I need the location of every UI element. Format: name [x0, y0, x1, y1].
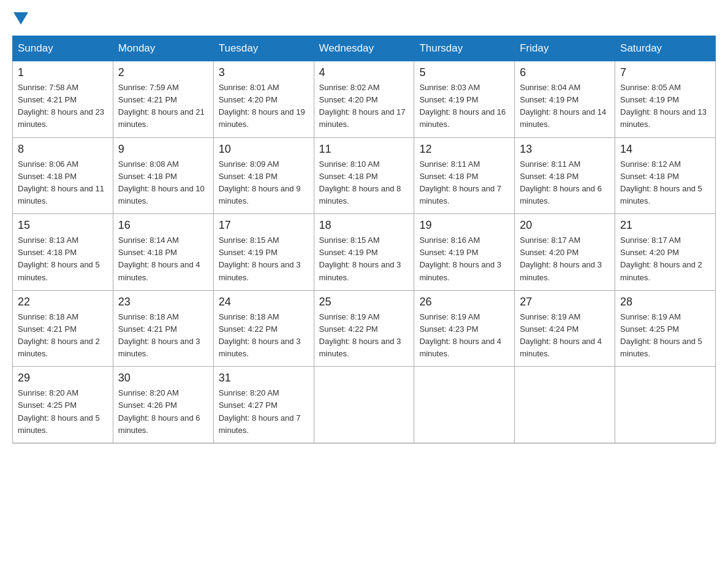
- day-info: Sunrise: 8:16 AM Sunset: 4:19 PM Dayligh…: [419, 234, 509, 284]
- calendar-cell: 29 Sunrise: 8:20 AM Sunset: 4:25 PM Dayl…: [13, 367, 113, 443]
- calendar-week-row: 1 Sunrise: 7:58 AM Sunset: 4:21 PM Dayli…: [13, 61, 716, 138]
- day-number: 29: [18, 372, 108, 385]
- day-info: Sunrise: 8:19 AM Sunset: 4:25 PM Dayligh…: [620, 311, 710, 361]
- day-info: Sunrise: 8:10 AM Sunset: 4:18 PM Dayligh…: [319, 158, 409, 208]
- day-number: 13: [520, 143, 610, 156]
- day-number: 9: [118, 143, 208, 156]
- page-header: [12, 12, 716, 25]
- day-info: Sunrise: 8:17 AM Sunset: 4:20 PM Dayligh…: [520, 234, 610, 284]
- logo-triangle-icon: [13, 12, 28, 25]
- calendar-week-row: 29 Sunrise: 8:20 AM Sunset: 4:25 PM Dayl…: [13, 367, 716, 443]
- day-number: 4: [319, 66, 409, 79]
- day-info: Sunrise: 8:11 AM Sunset: 4:18 PM Dayligh…: [520, 158, 610, 208]
- calendar-header-thursday: Thursday: [414, 36, 515, 61]
- calendar-week-row: 15 Sunrise: 8:13 AM Sunset: 4:18 PM Dayl…: [13, 214, 716, 291]
- calendar-week-row: 8 Sunrise: 8:06 AM Sunset: 4:18 PM Dayli…: [13, 137, 716, 214]
- calendar-cell: 13 Sunrise: 8:11 AM Sunset: 4:18 PM Dayl…: [515, 137, 615, 214]
- day-info: Sunrise: 8:19 AM Sunset: 4:23 PM Dayligh…: [419, 311, 509, 361]
- calendar-header-saturday: Saturday: [615, 36, 716, 61]
- day-info: Sunrise: 8:13 AM Sunset: 4:18 PM Dayligh…: [18, 234, 108, 284]
- day-number: 24: [219, 296, 309, 308]
- day-number: 1: [18, 66, 108, 79]
- day-info: Sunrise: 8:08 AM Sunset: 4:18 PM Dayligh…: [118, 158, 208, 208]
- day-info: Sunrise: 7:58 AM Sunset: 4:21 PM Dayligh…: [18, 82, 108, 131]
- calendar-cell: 18 Sunrise: 8:15 AM Sunset: 4:19 PM Dayl…: [314, 214, 414, 291]
- calendar-cell: [515, 367, 615, 443]
- calendar-header-tuesday: Tuesday: [213, 36, 314, 61]
- day-number: 28: [620, 296, 710, 308]
- day-number: 11: [319, 143, 409, 156]
- day-number: 6: [520, 66, 610, 79]
- calendar-week-row: 22 Sunrise: 8:18 AM Sunset: 4:21 PM Dayl…: [13, 290, 716, 367]
- day-number: 25: [319, 296, 409, 308]
- calendar-cell: 20 Sunrise: 8:17 AM Sunset: 4:20 PM Dayl…: [515, 214, 615, 291]
- calendar-cell: 9 Sunrise: 8:08 AM Sunset: 4:18 PM Dayli…: [113, 137, 213, 214]
- calendar-cell: 21 Sunrise: 8:17 AM Sunset: 4:20 PM Dayl…: [615, 214, 716, 291]
- calendar-cell: 19 Sunrise: 8:16 AM Sunset: 4:19 PM Dayl…: [414, 214, 515, 291]
- calendar-cell: 12 Sunrise: 8:11 AM Sunset: 4:18 PM Dayl…: [414, 137, 515, 214]
- calendar-cell: 23 Sunrise: 8:18 AM Sunset: 4:21 PM Dayl…: [113, 290, 213, 367]
- day-info: Sunrise: 8:01 AM Sunset: 4:20 PM Dayligh…: [219, 82, 309, 131]
- calendar-cell: 16 Sunrise: 8:14 AM Sunset: 4:18 PM Dayl…: [113, 214, 213, 291]
- day-number: 8: [18, 143, 108, 156]
- day-number: 18: [319, 219, 409, 232]
- calendar-table: SundayMondayTuesdayWednesdayThursdayFrid…: [12, 36, 716, 443]
- calendar-header-friday: Friday: [515, 36, 615, 61]
- day-info: Sunrise: 8:20 AM Sunset: 4:25 PM Dayligh…: [18, 387, 108, 437]
- day-number: 15: [18, 219, 108, 232]
- day-number: 23: [118, 296, 208, 308]
- calendar-cell: 28 Sunrise: 8:19 AM Sunset: 4:25 PM Dayl…: [615, 290, 716, 367]
- calendar-cell: 8 Sunrise: 8:06 AM Sunset: 4:18 PM Dayli…: [13, 137, 113, 214]
- calendar-cell: 27 Sunrise: 8:19 AM Sunset: 4:24 PM Dayl…: [515, 290, 615, 367]
- day-info: Sunrise: 8:15 AM Sunset: 4:19 PM Dayligh…: [219, 234, 309, 284]
- day-info: Sunrise: 8:19 AM Sunset: 4:22 PM Dayligh…: [319, 311, 409, 361]
- day-number: 31: [219, 372, 309, 385]
- day-number: 22: [18, 296, 108, 308]
- calendar-cell: 4 Sunrise: 8:02 AM Sunset: 4:20 PM Dayli…: [314, 61, 414, 138]
- calendar-cell: 25 Sunrise: 8:19 AM Sunset: 4:22 PM Dayl…: [314, 290, 414, 367]
- day-info: Sunrise: 8:19 AM Sunset: 4:24 PM Dayligh…: [520, 311, 610, 361]
- calendar-cell: 31 Sunrise: 8:20 AM Sunset: 4:27 PM Dayl…: [213, 367, 314, 443]
- calendar-cell: 10 Sunrise: 8:09 AM Sunset: 4:18 PM Dayl…: [213, 137, 314, 214]
- day-number: 14: [620, 143, 710, 156]
- calendar-header-monday: Monday: [113, 36, 213, 61]
- day-number: 10: [219, 143, 309, 156]
- day-info: Sunrise: 8:18 AM Sunset: 4:21 PM Dayligh…: [18, 311, 108, 361]
- day-info: Sunrise: 8:04 AM Sunset: 4:19 PM Dayligh…: [520, 82, 610, 131]
- day-number: 16: [118, 219, 208, 232]
- calendar-cell: [414, 367, 515, 443]
- calendar-header-sunday: Sunday: [13, 36, 113, 61]
- calendar-cell: 5 Sunrise: 8:03 AM Sunset: 4:19 PM Dayli…: [414, 61, 515, 138]
- calendar-cell: 24 Sunrise: 8:18 AM Sunset: 4:22 PM Dayl…: [213, 290, 314, 367]
- day-info: Sunrise: 8:02 AM Sunset: 4:20 PM Dayligh…: [319, 82, 409, 131]
- calendar-header-wednesday: Wednesday: [314, 36, 414, 61]
- calendar-cell: 11 Sunrise: 8:10 AM Sunset: 4:18 PM Dayl…: [314, 137, 414, 214]
- day-number: 7: [620, 66, 710, 79]
- day-number: 27: [520, 296, 610, 308]
- day-number: 12: [419, 143, 509, 156]
- calendar-cell: 1 Sunrise: 7:58 AM Sunset: 4:21 PM Dayli…: [13, 61, 113, 138]
- calendar-cell: 3 Sunrise: 8:01 AM Sunset: 4:20 PM Dayli…: [213, 61, 314, 138]
- day-info: Sunrise: 8:14 AM Sunset: 4:18 PM Dayligh…: [118, 234, 208, 284]
- day-info: Sunrise: 8:15 AM Sunset: 4:19 PM Dayligh…: [319, 234, 409, 284]
- day-number: 2: [118, 66, 208, 79]
- day-number: 19: [419, 219, 509, 232]
- calendar-cell: 30 Sunrise: 8:20 AM Sunset: 4:26 PM Dayl…: [113, 367, 213, 443]
- calendar-cell: 6 Sunrise: 8:04 AM Sunset: 4:19 PM Dayli…: [515, 61, 615, 138]
- calendar-cell: 14 Sunrise: 8:12 AM Sunset: 4:18 PM Dayl…: [615, 137, 716, 214]
- calendar-cell: 2 Sunrise: 7:59 AM Sunset: 4:21 PM Dayli…: [113, 61, 213, 138]
- day-info: Sunrise: 8:20 AM Sunset: 4:26 PM Dayligh…: [118, 387, 208, 437]
- day-info: Sunrise: 8:09 AM Sunset: 4:18 PM Dayligh…: [219, 158, 309, 208]
- calendar-cell: 15 Sunrise: 8:13 AM Sunset: 4:18 PM Dayl…: [13, 214, 113, 291]
- day-info: Sunrise: 8:03 AM Sunset: 4:19 PM Dayligh…: [419, 82, 509, 131]
- day-info: Sunrise: 8:05 AM Sunset: 4:19 PM Dayligh…: [620, 82, 710, 131]
- day-number: 5: [419, 66, 509, 79]
- day-number: 20: [520, 219, 610, 232]
- day-number: 30: [118, 372, 208, 385]
- calendar-cell: 17 Sunrise: 8:15 AM Sunset: 4:19 PM Dayl…: [213, 214, 314, 291]
- day-info: Sunrise: 8:06 AM Sunset: 4:18 PM Dayligh…: [18, 158, 108, 208]
- day-number: 21: [620, 219, 710, 232]
- calendar-cell: 7 Sunrise: 8:05 AM Sunset: 4:19 PM Dayli…: [615, 61, 716, 138]
- day-info: Sunrise: 8:20 AM Sunset: 4:27 PM Dayligh…: [219, 387, 309, 437]
- day-number: 17: [219, 219, 309, 232]
